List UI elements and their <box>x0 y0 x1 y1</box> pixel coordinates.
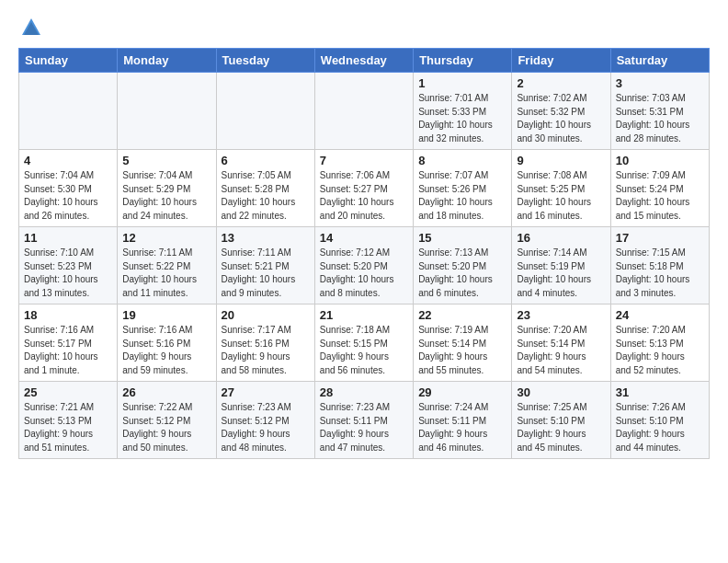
calendar-cell: 17Sunrise: 7:15 AM Sunset: 5:18 PM Dayli… <box>610 227 709 304</box>
calendar-cell: 15Sunrise: 7:13 AM Sunset: 5:20 PM Dayli… <box>414 227 512 304</box>
calendar-cell: 31Sunrise: 7:26 AM Sunset: 5:10 PM Dayli… <box>610 382 709 459</box>
calendar-day-header: Friday <box>512 49 610 73</box>
calendar-cell: 6Sunrise: 7:05 AM Sunset: 5:28 PM Daylig… <box>216 150 314 227</box>
calendar-cell: 1Sunrise: 7:01 AM Sunset: 5:33 PM Daylig… <box>414 73 512 150</box>
logo <box>18 15 48 40</box>
day-number: 22 <box>418 308 506 322</box>
day-info: Sunrise: 7:23 AM Sunset: 5:12 PM Dayligh… <box>222 401 310 454</box>
calendar-day-header: Monday <box>118 49 216 73</box>
day-info: Sunrise: 7:13 AM Sunset: 5:20 PM Dayligh… <box>418 247 506 300</box>
calendar-cell: 24Sunrise: 7:20 AM Sunset: 5:13 PM Dayli… <box>610 304 709 382</box>
calendar-day-header: Sunday <box>19 49 118 73</box>
calendar-cell: 3Sunrise: 7:03 AM Sunset: 5:31 PM Daylig… <box>610 73 709 150</box>
calendar-cell: 12Sunrise: 7:11 AM Sunset: 5:22 PM Dayli… <box>118 227 216 304</box>
calendar-cell <box>216 73 314 150</box>
day-info: Sunrise: 7:21 AM Sunset: 5:13 PM Dayligh… <box>24 401 112 454</box>
calendar-week-row: 1Sunrise: 7:01 AM Sunset: 5:33 PM Daylig… <box>19 73 710 150</box>
day-info: Sunrise: 7:04 AM Sunset: 5:29 PM Dayligh… <box>122 169 210 223</box>
calendar-cell: 10Sunrise: 7:09 AM Sunset: 5:24 PM Dayli… <box>610 150 709 227</box>
logo-icon <box>18 15 44 40</box>
day-info: Sunrise: 7:06 AM Sunset: 5:27 PM Dayligh… <box>320 169 408 223</box>
day-number: 8 <box>418 154 506 167</box>
day-number: 4 <box>24 154 112 167</box>
day-number: 7 <box>320 154 408 167</box>
calendar-cell: 13Sunrise: 7:11 AM Sunset: 5:21 PM Dayli… <box>216 227 314 304</box>
calendar-cell: 18Sunrise: 7:16 AM Sunset: 5:17 PM Dayli… <box>19 304 118 382</box>
calendar-table: SundayMondayTuesdayWednesdayThursdayFrid… <box>18 48 710 459</box>
day-info: Sunrise: 7:10 AM Sunset: 5:23 PM Dayligh… <box>24 247 112 300</box>
header <box>18 15 710 40</box>
calendar-cell: 14Sunrise: 7:12 AM Sunset: 5:20 PM Dayli… <box>314 227 413 304</box>
day-info: Sunrise: 7:08 AM Sunset: 5:25 PM Dayligh… <box>517 169 605 223</box>
calendar-cell: 25Sunrise: 7:21 AM Sunset: 5:13 PM Dayli… <box>19 382 118 459</box>
day-info: Sunrise: 7:24 AM Sunset: 5:11 PM Dayligh… <box>418 401 506 454</box>
day-number: 15 <box>418 231 506 245</box>
calendar-cell <box>314 73 413 150</box>
day-number: 31 <box>616 385 704 399</box>
calendar-cell: 30Sunrise: 7:25 AM Sunset: 5:10 PM Dayli… <box>512 382 610 459</box>
day-info: Sunrise: 7:18 AM Sunset: 5:15 PM Dayligh… <box>320 324 408 377</box>
day-number: 27 <box>222 385 310 399</box>
day-info: Sunrise: 7:11 AM Sunset: 5:22 PM Dayligh… <box>122 247 210 300</box>
day-info: Sunrise: 7:20 AM Sunset: 5:14 PM Dayligh… <box>517 324 605 377</box>
day-number: 30 <box>517 385 605 399</box>
calendar-cell: 21Sunrise: 7:18 AM Sunset: 5:15 PM Dayli… <box>314 304 413 382</box>
calendar-cell: 23Sunrise: 7:20 AM Sunset: 5:14 PM Dayli… <box>512 304 610 382</box>
calendar-header-row: SundayMondayTuesdayWednesdayThursdayFrid… <box>19 49 710 73</box>
day-info: Sunrise: 7:14 AM Sunset: 5:19 PM Dayligh… <box>517 247 605 300</box>
page: SundayMondayTuesdayWednesdayThursdayFrid… <box>0 0 728 474</box>
day-number: 1 <box>418 76 506 90</box>
calendar-day-header: Thursday <box>414 49 512 73</box>
calendar-cell: 26Sunrise: 7:22 AM Sunset: 5:12 PM Dayli… <box>118 382 216 459</box>
calendar-cell: 8Sunrise: 7:07 AM Sunset: 5:26 PM Daylig… <box>414 150 512 227</box>
day-info: Sunrise: 7:12 AM Sunset: 5:20 PM Dayligh… <box>320 247 408 300</box>
day-info: Sunrise: 7:16 AM Sunset: 5:17 PM Dayligh… <box>24 324 112 377</box>
calendar-week-row: 4Sunrise: 7:04 AM Sunset: 5:30 PM Daylig… <box>19 150 710 227</box>
calendar-day-header: Tuesday <box>216 49 314 73</box>
day-number: 21 <box>320 308 408 322</box>
day-info: Sunrise: 7:03 AM Sunset: 5:31 PM Dayligh… <box>616 92 704 145</box>
calendar-cell: 27Sunrise: 7:23 AM Sunset: 5:12 PM Dayli… <box>216 382 314 459</box>
day-number: 3 <box>616 76 704 90</box>
day-info: Sunrise: 7:22 AM Sunset: 5:12 PM Dayligh… <box>122 401 210 454</box>
calendar-week-row: 11Sunrise: 7:10 AM Sunset: 5:23 PM Dayli… <box>19 227 710 304</box>
day-number: 14 <box>320 231 408 245</box>
day-info: Sunrise: 7:07 AM Sunset: 5:26 PM Dayligh… <box>418 169 506 223</box>
day-number: 29 <box>418 385 506 399</box>
day-info: Sunrise: 7:05 AM Sunset: 5:28 PM Dayligh… <box>222 169 310 223</box>
day-number: 9 <box>517 154 605 167</box>
day-number: 17 <box>616 231 704 245</box>
calendar-cell: 28Sunrise: 7:23 AM Sunset: 5:11 PM Dayli… <box>314 382 413 459</box>
calendar-cell: 22Sunrise: 7:19 AM Sunset: 5:14 PM Dayli… <box>414 304 512 382</box>
day-number: 2 <box>517 76 605 90</box>
day-number: 19 <box>122 308 210 322</box>
calendar-cell: 7Sunrise: 7:06 AM Sunset: 5:27 PM Daylig… <box>314 150 413 227</box>
day-number: 28 <box>320 385 408 399</box>
day-number: 20 <box>222 308 310 322</box>
calendar-day-header: Wednesday <box>314 49 413 73</box>
day-number: 25 <box>24 385 112 399</box>
day-number: 23 <box>517 308 605 322</box>
day-info: Sunrise: 7:15 AM Sunset: 5:18 PM Dayligh… <box>616 247 704 300</box>
calendar-cell: 19Sunrise: 7:16 AM Sunset: 5:16 PM Dayli… <box>118 304 216 382</box>
day-info: Sunrise: 7:23 AM Sunset: 5:11 PM Dayligh… <box>320 401 408 454</box>
day-info: Sunrise: 7:25 AM Sunset: 5:10 PM Dayligh… <box>517 401 605 454</box>
calendar-cell: 29Sunrise: 7:24 AM Sunset: 5:11 PM Dayli… <box>414 382 512 459</box>
calendar-cell: 5Sunrise: 7:04 AM Sunset: 5:29 PM Daylig… <box>118 150 216 227</box>
day-number: 6 <box>222 154 310 167</box>
day-number: 13 <box>222 231 310 245</box>
day-info: Sunrise: 7:20 AM Sunset: 5:13 PM Dayligh… <box>616 324 704 377</box>
day-info: Sunrise: 7:16 AM Sunset: 5:16 PM Dayligh… <box>122 324 210 377</box>
calendar-cell: 9Sunrise: 7:08 AM Sunset: 5:25 PM Daylig… <box>512 150 610 227</box>
day-info: Sunrise: 7:01 AM Sunset: 5:33 PM Dayligh… <box>418 92 506 145</box>
day-info: Sunrise: 7:19 AM Sunset: 5:14 PM Dayligh… <box>418 324 506 377</box>
day-number: 24 <box>616 308 704 322</box>
day-number: 26 <box>122 385 210 399</box>
day-info: Sunrise: 7:02 AM Sunset: 5:32 PM Dayligh… <box>517 92 605 145</box>
day-number: 16 <box>517 231 605 245</box>
day-info: Sunrise: 7:09 AM Sunset: 5:24 PM Dayligh… <box>616 169 704 223</box>
day-number: 5 <box>122 154 210 167</box>
calendar-week-row: 25Sunrise: 7:21 AM Sunset: 5:13 PM Dayli… <box>19 382 710 459</box>
calendar-day-header: Saturday <box>610 49 709 73</box>
day-info: Sunrise: 7:26 AM Sunset: 5:10 PM Dayligh… <box>616 401 704 454</box>
